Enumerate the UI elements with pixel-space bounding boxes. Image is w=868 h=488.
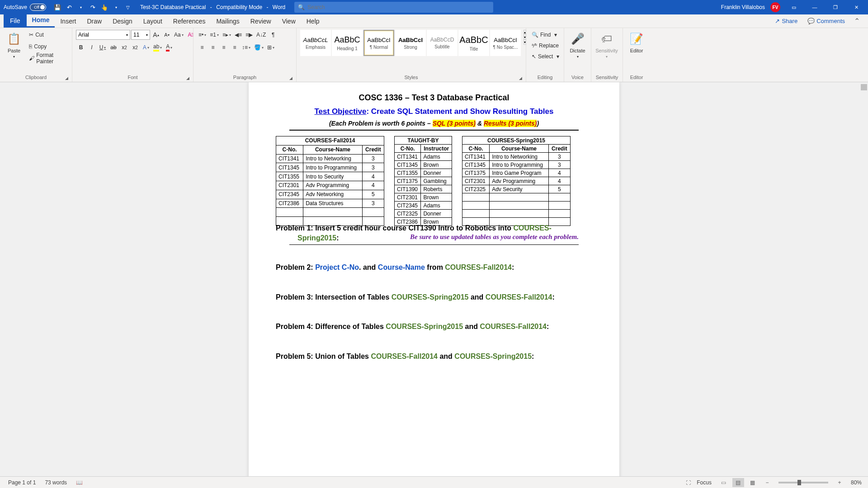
borders-icon[interactable]: ⊞▾ [266,42,276,52]
maximize-icon[interactable]: ❐ [826,0,845,14]
spellcheck-icon[interactable]: 📖 [71,479,87,486]
qat-customize-icon[interactable]: ▽ [123,2,133,12]
status-page[interactable]: Page 1 of 1 [4,479,40,486]
text-effects-icon[interactable]: A▾ [141,42,151,52]
redo-icon[interactable]: ↷ [88,2,98,12]
undo-icon[interactable]: ↶ [64,2,74,12]
doc-title: COSC 1336 – Test 3 Database Practical [276,93,592,103]
ribbon-display-icon[interactable]: ▭ [784,0,804,14]
tab-layout[interactable]: Layout [138,15,168,28]
align-center-icon[interactable]: ≡ [208,42,218,52]
highlight-icon[interactable]: ab▾ [152,42,163,52]
styles-launcher-icon[interactable]: ◢ [519,76,522,80]
print-layout-icon[interactable]: ▤ [732,478,744,487]
strikethrough-icon[interactable]: ab [108,42,118,52]
show-marks-icon[interactable]: ¶ [268,30,278,40]
document-area: COSC 1336 – Test 3 Database Practical Te… [0,82,868,476]
font-color-icon[interactable]: A▾ [164,42,174,52]
autosave-toggle[interactable]: AutoSave Off [0,4,50,11]
tab-draw[interactable]: Draw [81,15,107,28]
touch-mode-icon[interactable]: 👆 [99,2,109,12]
collapse-ribbon-icon[interactable]: ⌃ [850,14,863,28]
style-title[interactable]: AaBbCTitle [458,30,489,56]
subscript-icon[interactable]: x2 [119,42,129,52]
search-box[interactable]: 🔍 [294,2,493,13]
problem-3: Problem 3: Intersection of Tables COURSE… [276,292,592,302]
superscript-icon[interactable]: x2 [130,42,140,52]
increase-indent-icon[interactable]: ≡▶ [244,30,254,40]
style-emphasis[interactable]: AaBbCcLEmphasis [300,30,331,56]
paragraph-launcher-icon[interactable]: ◢ [289,76,292,80]
tab-home[interactable]: Home [27,14,55,28]
select-icon: ↖ [532,53,536,60]
style-normal[interactable]: AaBbCcI¶ Normal [363,30,394,56]
share-icon: ↗ [775,18,780,24]
bullets-icon[interactable]: ≡•▾ [197,30,208,40]
tab-design[interactable]: Design [107,15,138,28]
style-nospac[interactable]: AaBbCcI¶ No Spac... [490,30,521,56]
tab-help[interactable]: Help [301,15,325,28]
undo-caret[interactable]: ▾ [76,2,86,12]
tab-view[interactable]: View [277,15,301,28]
paste-button[interactable]: 📋 Paste▾ [4,30,24,61]
sort-icon[interactable]: A↓Z [255,30,267,40]
web-layout-icon[interactable]: ▦ [747,478,759,487]
save-icon[interactable]: 💾 [52,2,62,12]
font-name-select[interactable]: Arial▾ [76,30,130,40]
read-mode-icon[interactable]: ▭ [718,478,730,487]
comments-button[interactable]: 💬Comments [803,14,849,28]
align-right-icon[interactable]: ≡ [219,42,229,52]
copy-icon: ⎘ [29,43,32,50]
align-left-icon[interactable]: ≡ [197,42,207,52]
shading-icon[interactable]: 🪣▾ [253,42,265,52]
dictate-button[interactable]: 🎤Dictate▾ [568,30,587,61]
justify-icon[interactable]: ≡ [230,42,240,52]
replace-button[interactable]: ᵃ⁄ᵇReplace [530,41,561,51]
multilevel-icon[interactable]: ≡▸▾ [221,30,232,40]
cut-button[interactable]: ✂Cut [27,30,68,40]
zoom-out-icon[interactable]: − [761,478,773,487]
touch-caret[interactable]: ▾ [111,2,121,12]
tab-references[interactable]: References [168,15,211,28]
underline-icon[interactable]: U▾ [98,42,108,52]
focus-label[interactable]: Focus [697,479,712,486]
format-painter-button[interactable]: 🖌Format Painter [27,53,68,63]
zoom-level[interactable]: 80% [851,479,862,486]
tab-file[interactable]: File [4,14,27,28]
copy-button[interactable]: ⎘Copy [27,42,68,52]
style-subtitle[interactable]: AaBbCcDSubtitle [427,30,458,56]
share-button[interactable]: ↗Share [770,14,802,28]
shrink-font-icon[interactable]: A▾ [162,30,172,40]
avatar[interactable]: FV [770,2,780,12]
style-heading1[interactable]: AaBbCHeading 1 [332,30,363,56]
numbering-icon[interactable]: ≡1▾ [208,30,220,40]
user-name[interactable]: Franklin Villalobos [721,4,765,10]
status-words[interactable]: 73 words [40,479,71,486]
tab-mailings[interactable]: Mailings [211,15,245,28]
close-icon[interactable]: ✕ [846,0,866,14]
line-spacing-icon[interactable]: ↕≡▾ [241,42,252,52]
search-input[interactable] [307,4,490,10]
font-launcher-icon[interactable]: ◢ [186,76,189,80]
style-gallery[interactable]: AaBbCcLEmphasisAaBbCHeading 1AaBbCcI¶ No… [300,30,521,56]
editor-button[interactable]: 📝Editor [627,30,646,55]
italic-icon[interactable]: I [87,42,97,52]
minimize-icon[interactable]: ― [805,0,825,14]
find-button[interactable]: 🔍Find▾ [530,30,559,40]
tab-insert[interactable]: Insert [55,15,81,28]
document-page[interactable]: COSC 1336 – Test 3 Database Practical Te… [249,82,619,476]
select-button[interactable]: ↖Select▾ [530,52,561,61]
style-strong[interactable]: AaBbCcIStrong [395,30,426,56]
font-size-select[interactable]: 11▾ [131,30,150,40]
zoom-slider[interactable] [778,482,828,483]
grow-font-icon[interactable]: A▴ [151,30,161,40]
zoom-in-icon[interactable]: + [834,478,845,487]
vertical-scrollbar[interactable] [860,82,868,476]
clipboard-launcher-icon[interactable]: ◢ [65,76,68,80]
bold-icon[interactable]: B [76,42,86,52]
decrease-indent-icon[interactable]: ◀≡ [233,30,243,40]
sensitivity-button[interactable]: 🏷Sensitivity▾ [595,30,618,61]
focus-mode-button[interactable]: ⛶ [682,478,694,487]
change-case-icon[interactable]: Aa▾ [173,30,185,40]
tab-review[interactable]: Review [245,15,277,28]
